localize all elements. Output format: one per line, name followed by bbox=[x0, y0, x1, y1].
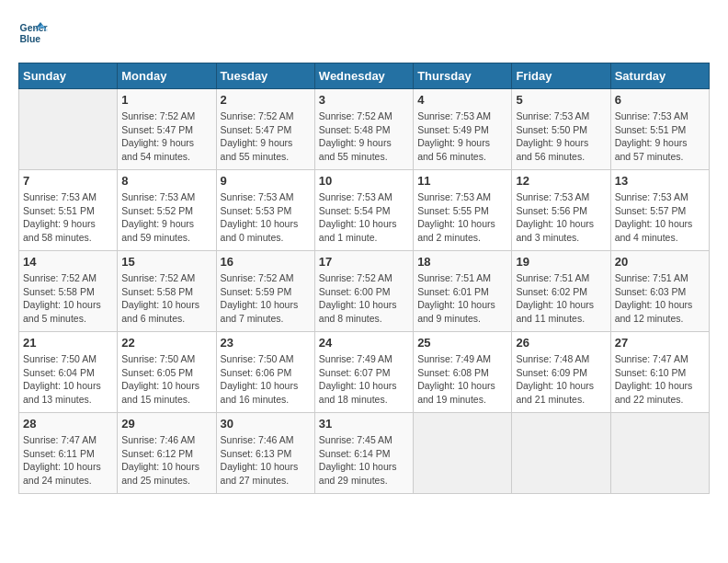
day-info: Sunrise: 7:52 AMSunset: 5:47 PMDaylight:… bbox=[121, 109, 211, 164]
calendar-cell: 23Sunrise: 7:50 AMSunset: 6:06 PMDayligh… bbox=[216, 332, 314, 413]
logo: General Blue bbox=[18, 18, 51, 48]
calendar-cell: 28Sunrise: 7:47 AMSunset: 6:11 PMDayligh… bbox=[19, 413, 118, 494]
day-info: Sunrise: 7:51 AMSunset: 6:03 PMDaylight:… bbox=[615, 271, 705, 326]
day-number: 6 bbox=[615, 93, 705, 107]
calendar-cell: 5Sunrise: 7:53 AMSunset: 5:50 PMDaylight… bbox=[512, 89, 610, 170]
calendar-cell: 25Sunrise: 7:49 AMSunset: 6:08 PMDayligh… bbox=[414, 332, 512, 413]
day-info: Sunrise: 7:53 AMSunset: 5:56 PMDaylight:… bbox=[516, 190, 606, 245]
calendar-cell: 2Sunrise: 7:52 AMSunset: 5:47 PMDaylight… bbox=[216, 89, 314, 170]
day-number: 17 bbox=[319, 255, 409, 269]
day-info: Sunrise: 7:50 AMSunset: 6:06 PMDaylight:… bbox=[221, 352, 311, 407]
day-number: 26 bbox=[516, 336, 606, 350]
day-info: Sunrise: 7:51 AMSunset: 6:02 PMDaylight:… bbox=[516, 271, 606, 326]
weekday-header-saturday: Saturday bbox=[610, 63, 709, 89]
weekday-header-monday: Monday bbox=[118, 63, 216, 89]
day-info: Sunrise: 7:53 AMSunset: 5:54 PMDaylight:… bbox=[319, 190, 409, 245]
day-info: Sunrise: 7:52 AMSunset: 5:48 PMDaylight:… bbox=[319, 109, 409, 164]
calendar-cell: 18Sunrise: 7:51 AMSunset: 6:01 PMDayligh… bbox=[414, 251, 512, 332]
day-number: 12 bbox=[516, 174, 606, 188]
calendar-cell: 3Sunrise: 7:52 AMSunset: 5:48 PMDaylight… bbox=[314, 89, 413, 170]
day-number: 27 bbox=[615, 336, 705, 350]
day-number: 1 bbox=[121, 93, 211, 107]
day-number: 14 bbox=[23, 255, 113, 269]
calendar-cell: 12Sunrise: 7:53 AMSunset: 5:56 PMDayligh… bbox=[512, 170, 610, 251]
calendar-cell: 24Sunrise: 7:49 AMSunset: 6:07 PMDayligh… bbox=[314, 332, 413, 413]
calendar-cell: 4Sunrise: 7:53 AMSunset: 5:49 PMDaylight… bbox=[414, 89, 512, 170]
day-info: Sunrise: 7:53 AMSunset: 5:50 PMDaylight:… bbox=[516, 109, 606, 164]
calendar-cell: 13Sunrise: 7:53 AMSunset: 5:57 PMDayligh… bbox=[610, 170, 709, 251]
day-info: Sunrise: 7:49 AMSunset: 6:08 PMDaylight:… bbox=[417, 352, 507, 407]
day-number: 11 bbox=[417, 174, 507, 188]
calendar-cell: 6Sunrise: 7:53 AMSunset: 5:51 PMDaylight… bbox=[610, 89, 709, 170]
calendar-table: SundayMondayTuesdayWednesdayThursdayFrid… bbox=[18, 63, 710, 494]
calendar-cell: 7Sunrise: 7:53 AMSunset: 5:51 PMDaylight… bbox=[19, 170, 118, 251]
day-info: Sunrise: 7:48 AMSunset: 6:09 PMDaylight:… bbox=[516, 352, 606, 407]
calendar-cell: 10Sunrise: 7:53 AMSunset: 5:54 PMDayligh… bbox=[314, 170, 413, 251]
day-info: Sunrise: 7:51 AMSunset: 6:01 PMDaylight:… bbox=[417, 271, 507, 326]
week-row-2: 7Sunrise: 7:53 AMSunset: 5:51 PMDaylight… bbox=[19, 170, 710, 251]
day-info: Sunrise: 7:53 AMSunset: 5:53 PMDaylight:… bbox=[221, 190, 311, 245]
day-info: Sunrise: 7:53 AMSunset: 5:51 PMDaylight:… bbox=[23, 190, 113, 245]
day-number: 28 bbox=[23, 417, 113, 431]
day-info: Sunrise: 7:45 AMSunset: 6:14 PMDaylight:… bbox=[319, 433, 409, 488]
day-info: Sunrise: 7:53 AMSunset: 5:55 PMDaylight:… bbox=[417, 190, 507, 245]
day-number: 18 bbox=[417, 255, 507, 269]
week-row-5: 28Sunrise: 7:47 AMSunset: 6:11 PMDayligh… bbox=[19, 413, 710, 494]
calendar-cell: 11Sunrise: 7:53 AMSunset: 5:55 PMDayligh… bbox=[414, 170, 512, 251]
calendar-cell: 22Sunrise: 7:50 AMSunset: 6:05 PMDayligh… bbox=[118, 332, 216, 413]
day-number: 8 bbox=[121, 174, 211, 188]
day-number: 9 bbox=[221, 174, 311, 188]
day-info: Sunrise: 7:53 AMSunset: 5:57 PMDaylight:… bbox=[615, 190, 705, 245]
calendar-cell: 29Sunrise: 7:46 AMSunset: 6:12 PMDayligh… bbox=[118, 413, 216, 494]
day-number: 16 bbox=[221, 255, 311, 269]
day-number: 29 bbox=[121, 417, 211, 431]
day-number: 24 bbox=[319, 336, 409, 350]
day-number: 4 bbox=[417, 93, 507, 107]
calendar-cell: 31Sunrise: 7:45 AMSunset: 6:14 PMDayligh… bbox=[314, 413, 413, 494]
calendar-cell: 17Sunrise: 7:52 AMSunset: 6:00 PMDayligh… bbox=[314, 251, 413, 332]
day-info: Sunrise: 7:53 AMSunset: 5:51 PMDaylight:… bbox=[615, 109, 705, 164]
page-header: General Blue bbox=[18, 18, 710, 48]
day-number: 31 bbox=[319, 417, 409, 431]
weekday-header-sunday: Sunday bbox=[19, 63, 118, 89]
day-number: 5 bbox=[516, 93, 606, 107]
day-info: Sunrise: 7:47 AMSunset: 6:10 PMDaylight:… bbox=[615, 352, 705, 407]
calendar-cell: 9Sunrise: 7:53 AMSunset: 5:53 PMDaylight… bbox=[216, 170, 314, 251]
day-number: 3 bbox=[319, 93, 409, 107]
day-info: Sunrise: 7:52 AMSunset: 5:47 PMDaylight:… bbox=[221, 109, 311, 164]
calendar-cell: 1Sunrise: 7:52 AMSunset: 5:47 PMDaylight… bbox=[118, 89, 216, 170]
week-row-4: 21Sunrise: 7:50 AMSunset: 6:04 PMDayligh… bbox=[19, 332, 710, 413]
day-info: Sunrise: 7:53 AMSunset: 5:49 PMDaylight:… bbox=[417, 109, 507, 164]
day-info: Sunrise: 7:52 AMSunset: 6:00 PMDaylight:… bbox=[319, 271, 409, 326]
day-number: 25 bbox=[417, 336, 507, 350]
day-info: Sunrise: 7:52 AMSunset: 5:59 PMDaylight:… bbox=[221, 271, 311, 326]
calendar-cell: 8Sunrise: 7:53 AMSunset: 5:52 PMDaylight… bbox=[118, 170, 216, 251]
day-number: 30 bbox=[221, 417, 311, 431]
day-number: 21 bbox=[23, 336, 113, 350]
day-number: 13 bbox=[615, 174, 705, 188]
day-info: Sunrise: 7:49 AMSunset: 6:07 PMDaylight:… bbox=[319, 352, 409, 407]
weekday-header-wednesday: Wednesday bbox=[314, 63, 413, 89]
calendar-cell: 21Sunrise: 7:50 AMSunset: 6:04 PMDayligh… bbox=[19, 332, 118, 413]
day-info: Sunrise: 7:52 AMSunset: 5:58 PMDaylight:… bbox=[121, 271, 211, 326]
weekday-header-thursday: Thursday bbox=[414, 63, 512, 89]
day-number: 20 bbox=[615, 255, 705, 269]
calendar-cell bbox=[610, 413, 709, 494]
calendar-cell bbox=[19, 89, 118, 170]
calendar-cell: 20Sunrise: 7:51 AMSunset: 6:03 PMDayligh… bbox=[610, 251, 709, 332]
calendar-cell: 27Sunrise: 7:47 AMSunset: 6:10 PMDayligh… bbox=[610, 332, 709, 413]
day-number: 10 bbox=[319, 174, 409, 188]
day-info: Sunrise: 7:52 AMSunset: 5:58 PMDaylight:… bbox=[23, 271, 113, 326]
day-info: Sunrise: 7:50 AMSunset: 6:04 PMDaylight:… bbox=[23, 352, 113, 407]
week-row-3: 14Sunrise: 7:52 AMSunset: 5:58 PMDayligh… bbox=[19, 251, 710, 332]
day-number: 7 bbox=[23, 174, 113, 188]
logo-icon: General Blue bbox=[18, 18, 48, 48]
weekday-header-tuesday: Tuesday bbox=[216, 63, 314, 89]
day-info: Sunrise: 7:46 AMSunset: 6:12 PMDaylight:… bbox=[121, 433, 211, 488]
day-number: 23 bbox=[221, 336, 311, 350]
calendar-cell: 16Sunrise: 7:52 AMSunset: 5:59 PMDayligh… bbox=[216, 251, 314, 332]
calendar-cell: 19Sunrise: 7:51 AMSunset: 6:02 PMDayligh… bbox=[512, 251, 610, 332]
week-row-1: 1Sunrise: 7:52 AMSunset: 5:47 PMDaylight… bbox=[19, 89, 710, 170]
calendar-cell: 26Sunrise: 7:48 AMSunset: 6:09 PMDayligh… bbox=[512, 332, 610, 413]
day-number: 2 bbox=[221, 93, 311, 107]
